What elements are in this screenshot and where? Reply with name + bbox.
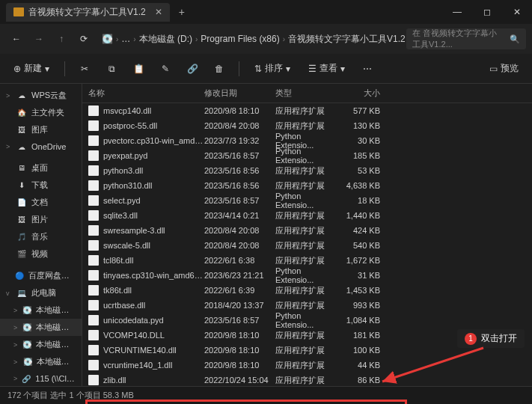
file-name: swresample-3.dll [103, 226, 204, 235]
annotation-callout: 1 双击打开 [457, 329, 525, 348]
window-tab[interactable]: 音视频转文字字幕小工具V1.2 ✕ [6, 3, 170, 22]
file-size: 540 KB [335, 241, 388, 250]
sort-button[interactable]: ⇅ 排序 ▾ [248, 59, 296, 78]
file-row[interactable]: pvectorc.cp310-win_amd64.pyd2023/7/3 19:… [82, 133, 532, 148]
file-icon [88, 150, 99, 161]
sidebar-label: 本地磁盘 (E:) [36, 339, 76, 350]
navbar: ← → ↑ ⟳ 💽 › … › 本地磁盘 (D:) › Program File… [0, 24, 532, 54]
crumb[interactable]: 音视频转文字字幕小工具V1.2 [288, 33, 405, 46]
cut-button[interactable]: ✂ [74, 61, 95, 77]
rename-button[interactable]: ✎ [155, 61, 176, 77]
sidebar-icon: 💽 [22, 322, 31, 333]
file-row[interactable]: swscale-5.dll2020/8/4 20:08应用程序扩展540 KB [82, 238, 532, 253]
sidebar-label: 主文件夹 [31, 107, 64, 118]
file-icon [88, 285, 99, 296]
sidebar-item[interactable]: 🖼图片 [0, 211, 82, 228]
sidebar-item[interactable]: 🎵音乐 [0, 228, 82, 245]
file-size: 424 KB [335, 226, 388, 235]
sidebar-item[interactable]: >💽本地磁盘 (E:) [0, 336, 82, 353]
file-row[interactable]: python3.dll2023/5/16 8:56应用程序扩展53 KB [82, 163, 532, 178]
refresh-button[interactable]: ⟳ [73, 28, 94, 49]
close-button[interactable]: ✕ [502, 0, 532, 24]
forward-button[interactable]: → [28, 28, 49, 49]
sidebar-item[interactable]: 📄文档 [0, 194, 82, 211]
sidebar-item[interactable]: >💽本地磁盘 (F:) [0, 353, 82, 370]
sidebar-icon: 🖼 [16, 215, 27, 225]
file-icon [88, 315, 99, 325]
file-name: pyexpat.pyd [103, 151, 204, 160]
file-row[interactable]: python310.dll2023/5/16 8:56应用程序扩展4,638 K… [82, 178, 532, 193]
file-row[interactable]: swresample-3.dll2020/8/4 20:08应用程序扩展424 … [82, 223, 532, 238]
chevron-icon: v [6, 290, 12, 297]
more-button[interactable]: ⋯ [357, 61, 378, 77]
new-tab-button[interactable]: + [170, 6, 194, 18]
sidebar-icon: 💽 [22, 340, 31, 350]
sidebar-item[interactable]: ⬇下载 [0, 177, 82, 194]
file-row[interactable]: unicodedata.pyd2023/5/16 8:57Python Exte… [82, 313, 532, 328]
details-pane-button[interactable]: ▭ 预览 [483, 59, 525, 78]
file-row[interactable]: tinyaes.cp310-win_amd64.pyd2023/6/23 21:… [82, 268, 532, 283]
col-type[interactable]: 类型 [275, 88, 335, 99]
file-row[interactable]: vcruntime140_1.dll2020/9/8 18:10应用程序扩展44… [82, 358, 532, 373]
sidebar-item[interactable]: >💽本地磁盘 (C:) [0, 302, 82, 319]
col-date[interactable]: 修改日期 [204, 88, 275, 99]
file-size: 993 KB [335, 301, 388, 310]
file-date: 2018/4/20 13:37 [204, 301, 275, 310]
sidebar-item[interactable]: 🖥桌面 [0, 159, 82, 177]
file-row[interactable]: zlib.dll2022/10/24 15:04应用程序扩展86 KB [82, 373, 532, 386]
file-row[interactable]: sqlite3.dll2023/4/14 0:21应用程序扩展1,440 KB [82, 208, 532, 223]
new-button[interactable]: ⊕ 新建 ▾ [7, 59, 55, 78]
share-button[interactable]: 🔗 [182, 61, 203, 77]
sidebar-item[interactable]: >☁OneDrive [0, 138, 82, 155]
file-size: 185 KB [335, 151, 388, 160]
paste-button[interactable]: 📋 [128, 61, 149, 77]
tab-close-icon[interactable]: ✕ [155, 7, 162, 17]
col-name[interactable]: 名称 [88, 88, 204, 99]
toolbar: ⊕ 新建 ▾ ✂ ⧉ 📋 ✎ 🔗 🗑 ⇅ 排序 ▾ ☰ 查看 ▾ ⋯ ▭ 预览 [0, 54, 532, 84]
file-name: ucrtbase.dll [103, 301, 204, 310]
minimize-button[interactable]: — [442, 0, 472, 24]
delete-button[interactable]: 🗑 [209, 61, 230, 77]
maximize-button[interactable]: ◻ [472, 0, 502, 24]
back-button[interactable]: ← [6, 28, 27, 49]
file-name: tk86t.dll [103, 286, 204, 295]
file-name: tcl86t.dll [103, 256, 204, 265]
sidebar-item[interactable]: 🎬视频 [0, 245, 82, 263]
file-icon [88, 210, 99, 221]
file-type: 应用程序扩展 [275, 285, 335, 296]
column-headers[interactable]: 名称 修改日期 类型 大小 [82, 84, 532, 103]
file-row[interactable]: tk86t.dll2022/6/1 6:39应用程序扩展1,453 KB [82, 283, 532, 298]
file-size: 1,672 KB [335, 256, 388, 265]
copy-button[interactable]: ⧉ [101, 61, 122, 77]
chevron-icon: > [13, 358, 19, 366]
file-type: 应用程序扩展 [275, 240, 335, 251]
crumb[interactable]: Program Files (x86) [201, 34, 279, 44]
search-input[interactable]: 在 音视频转文字字幕小工具V1.2... 🔍 [406, 28, 526, 49]
file-row[interactable]: tcl86t.dll2022/6/1 6:38应用程序扩展1,672 KB [82, 253, 532, 268]
sidebar-item[interactable]: v💻此电脑 [0, 284, 82, 302]
file-icon [88, 360, 99, 370]
file-name: vcruntime140_1.dll [103, 361, 204, 370]
crumb[interactable]: 本地磁盘 (D:) [139, 33, 192, 46]
file-row[interactable]: msvcp140.dll2020/9/8 18:10应用程序扩展577 KB [82, 103, 532, 118]
file-row[interactable]: ucrtbase.dll2018/4/20 13:37应用程序扩展993 KB [82, 298, 532, 313]
file-date: 2020/8/4 20:08 [204, 241, 275, 250]
file-row[interactable]: postproc-55.dll2020/8/4 20:08应用程序扩展130 K… [82, 118, 532, 133]
file-icon [88, 165, 99, 176]
col-size[interactable]: 大小 [335, 88, 388, 99]
up-button[interactable]: ↑ [51, 28, 72, 49]
sidebar-item[interactable]: 🏠主文件夹 [0, 104, 82, 121]
file-size: 31 KB [335, 271, 388, 280]
sidebar-item[interactable]: >💽本地磁盘 (D:) [0, 319, 82, 336]
file-name: tinyaes.cp310-win_amd64.pyd [103, 271, 204, 280]
view-button[interactable]: ☰ 查看 ▾ [302, 59, 351, 78]
breadcrumb[interactable]: 💽 › … › 本地磁盘 (D:) › Program Files (x86) … [96, 28, 405, 49]
sidebar-item[interactable]: >☁WPS云盘 [0, 87, 82, 104]
file-row[interactable]: select.pyd2023/5/16 8:57Python Extensio.… [82, 193, 532, 208]
sidebar-item[interactable]: 🖼图库 [0, 121, 82, 138]
file-row[interactable]: pyexpat.pyd2023/5/16 8:57Python Extensio… [82, 148, 532, 163]
file-icon [88, 240, 99, 251]
sidebar-item[interactable]: 🔵百度网盘同步空间 [0, 267, 82, 284]
sidebar-item[interactable]: >🔗115 (\\CloudDi...) [0, 370, 82, 386]
file-type: 应用程序扩展 [275, 180, 335, 192]
